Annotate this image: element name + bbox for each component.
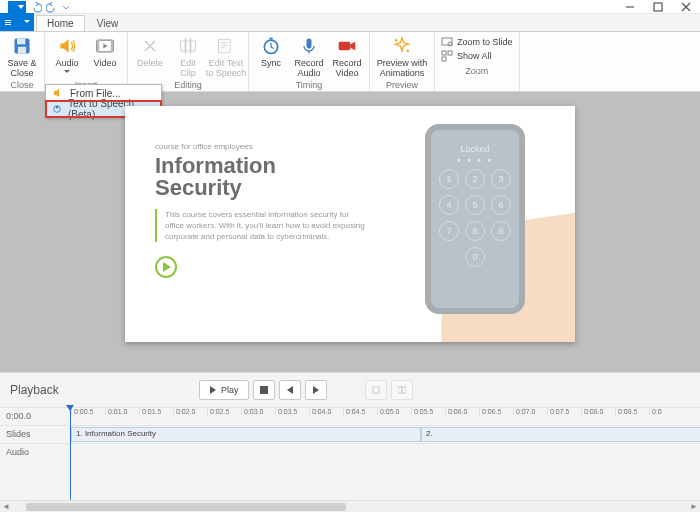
- record-audio-button[interactable]: Record Audio: [291, 34, 327, 80]
- group-preview-label: Preview: [370, 80, 434, 91]
- svg-rect-17: [339, 42, 351, 50]
- svg-rect-10: [181, 41, 196, 51]
- delete-icon: [140, 36, 160, 56]
- phone-dots: ● ● ● ●: [431, 156, 519, 163]
- svg-rect-11: [185, 39, 187, 54]
- app-menu-button[interactable]: [8, 1, 26, 13]
- edit-tts-button[interactable]: Edit Text to Speech: [208, 34, 244, 80]
- save-icon: [12, 36, 32, 56]
- video-label: Video: [94, 58, 117, 68]
- audio-label: Audio: [55, 58, 78, 68]
- slide-description: This course covers essential information…: [155, 209, 365, 242]
- audio-track[interactable]: [70, 444, 700, 473]
- quick-access-toolbar: [0, 0, 70, 13]
- record-video-button[interactable]: Record Video: [329, 34, 365, 80]
- group-zoom: Zoom to Slide Show All Zoom: [435, 32, 520, 91]
- group-timing-label: Timing: [249, 80, 369, 91]
- qat-customize-icon[interactable]: [62, 3, 70, 11]
- group-insert: Audio Video Insert: [45, 32, 128, 91]
- zoom-slide-label: Zoom to Slide: [457, 37, 513, 47]
- titlebar: [0, 0, 700, 14]
- svg-rect-1: [5, 20, 11, 21]
- save-close-button[interactable]: Save & Close: [4, 34, 40, 80]
- timeline-scrollbar[interactable]: ◄►: [0, 500, 700, 512]
- preview-animations-button[interactable]: Preview with Animations: [374, 34, 430, 80]
- svg-point-19: [407, 50, 410, 53]
- delete-label: Delete: [137, 58, 163, 68]
- file-audio-icon: [52, 87, 64, 99]
- tab-home[interactable]: Home: [36, 15, 85, 31]
- preview-label: Preview with Animations: [377, 58, 428, 78]
- from-file-label: From File...: [70, 88, 121, 99]
- tts-icon: [216, 36, 236, 56]
- zoom-to-slide-button[interactable]: Zoom to Slide: [441, 36, 513, 48]
- svg-rect-9: [111, 40, 114, 52]
- playhead[interactable]: [70, 407, 71, 500]
- next-button[interactable]: [305, 380, 327, 400]
- time-label: 0:00.0: [0, 408, 70, 425]
- timeline: 0:00.0 0:00.50:01.00:01.50:02.00:02.50:0…: [0, 407, 700, 473]
- svg-rect-12: [190, 39, 192, 54]
- time-ruler[interactable]: 0:00.50:01.00:01.50:02.00:02.50:03.00:03…: [71, 408, 700, 415]
- undo-icon[interactable]: [30, 1, 42, 13]
- ribbon-tabs: Home View: [0, 14, 700, 32]
- delete-button[interactable]: Delete: [132, 34, 168, 80]
- svg-rect-27: [260, 386, 268, 394]
- tab-view[interactable]: View: [87, 16, 129, 31]
- maximize-button[interactable]: [644, 0, 672, 14]
- slide-block-2[interactable]: 2.: [421, 427, 700, 442]
- show-all-button[interactable]: Show All: [441, 50, 513, 62]
- svg-rect-23: [448, 51, 452, 55]
- group-zoom-label: Zoom: [435, 66, 519, 77]
- edit-tts-label: Edit Text to Speech: [206, 58, 247, 78]
- svg-rect-8: [97, 40, 100, 52]
- redo-icon[interactable]: [46, 1, 58, 13]
- playback-panel: Playback Play 0:00.0 0:00.50:01.00:01.50…: [0, 372, 700, 512]
- svg-rect-15: [269, 38, 272, 40]
- svg-rect-29: [398, 387, 402, 393]
- window-controls: [616, 0, 700, 14]
- prev-button[interactable]: [279, 380, 301, 400]
- record-audio-label: Record Audio: [294, 58, 323, 78]
- save-close-label: Save & Close: [7, 58, 36, 78]
- slide-kicker: course for office employees: [155, 142, 365, 151]
- chevron-down-icon: [24, 19, 30, 25]
- zoom-slide-icon: [441, 36, 453, 48]
- svg-rect-24: [442, 57, 446, 61]
- svg-rect-16: [307, 39, 312, 49]
- group-close-label: Close: [0, 80, 44, 91]
- stop-button[interactable]: [253, 380, 275, 400]
- slide-title: InformationSecurity: [155, 155, 365, 199]
- sync-button[interactable]: Sync: [253, 34, 289, 80]
- phone-keypad: 1234567890: [431, 169, 519, 267]
- minimize-button[interactable]: [616, 0, 644, 14]
- sparkle-icon: [392, 36, 412, 56]
- file-tab[interactable]: [0, 13, 34, 31]
- show-all-icon: [441, 50, 453, 62]
- phone-illustration: Locked ● ● ● ● 1234567890: [425, 124, 525, 314]
- group-preview: Preview with Animations Preview: [370, 32, 435, 91]
- svg-point-18: [395, 39, 398, 42]
- video-button[interactable]: Video: [87, 34, 123, 80]
- tts-dropdown-icon: [52, 103, 62, 115]
- ribbon: Save & Close Close Audio Video Insert De…: [0, 32, 700, 92]
- edit-clip-icon: [178, 36, 198, 56]
- file-tab-icon: [4, 18, 12, 26]
- close-button[interactable]: [672, 0, 700, 14]
- playback-controls: Play: [199, 380, 413, 400]
- phone-locked-label: Locked: [431, 144, 519, 154]
- svg-point-26: [56, 106, 58, 108]
- audio-button[interactable]: Audio: [49, 34, 85, 80]
- video-icon: [95, 36, 115, 56]
- audio-row-label: Audio: [0, 444, 70, 473]
- slide-block-1[interactable]: 1. Information Security: [71, 427, 421, 442]
- extra-button-2[interactable]: [391, 380, 413, 400]
- sync-icon: [261, 36, 281, 56]
- mic-icon: [299, 36, 319, 56]
- play-button[interactable]: Play: [199, 380, 249, 400]
- svg-rect-6: [18, 47, 26, 54]
- edit-clip-button[interactable]: Edit Clip: [170, 34, 206, 80]
- extra-button-1[interactable]: [365, 380, 387, 400]
- svg-rect-20: [442, 38, 452, 45]
- slide-canvas[interactable]: Locked ● ● ● ● 1234567890 course for off…: [125, 106, 575, 342]
